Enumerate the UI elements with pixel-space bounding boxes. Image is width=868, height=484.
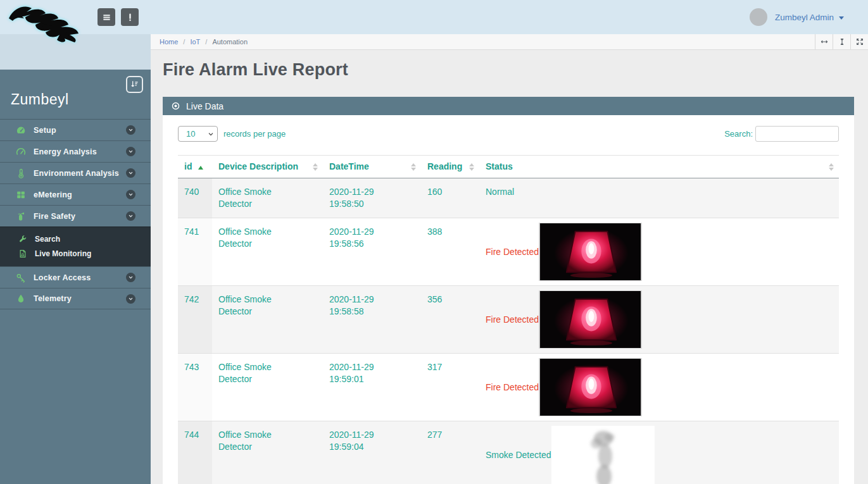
- cell-reading: 356: [421, 286, 479, 354]
- alert-icon: [125, 13, 135, 22]
- sidebar-item-locker-access[interactable]: Locker Access: [0, 266, 151, 288]
- column-header-datetime[interactable]: DateTime: [323, 156, 421, 178]
- table-row: 743 Office Smoke Detector 2020-11-2919:5…: [178, 354, 839, 421]
- chevron-down-icon[interactable]: [126, 294, 135, 304]
- live-data-table: id Device Description DateTime Reading S…: [178, 155, 839, 484]
- sidebar-item-energy-analysis[interactable]: Energy Analysis: [0, 140, 151, 162]
- alerts-button[interactable]: [121, 8, 139, 26]
- vertical-resize-button[interactable]: [833, 34, 850, 49]
- breadcrumb-home-link[interactable]: Home: [160, 38, 178, 46]
- fire-alarm-beacon-photo: [539, 358, 642, 416]
- cell-reading: 317: [421, 354, 479, 421]
- submenu-item-search[interactable]: Search: [0, 232, 151, 246]
- live-data-panel: Live Data 10 records per page: [163, 97, 854, 484]
- cell-reading: 277: [421, 421, 479, 484]
- breadcrumb-bar: Home / IoT / Automation: [151, 34, 868, 50]
- cell-device: Office Smoke Detector: [212, 354, 323, 421]
- user-menu[interactable]: Zumbeyl Admin: [750, 8, 844, 26]
- table-row: 741 Office Smoke Detector 2020-11-2919:5…: [178, 218, 839, 286]
- chevron-down-icon[interactable]: [126, 147, 135, 156]
- sort-ascending-icon: [198, 166, 203, 170]
- horizontal-resize-button[interactable]: [815, 34, 833, 49]
- fire-extinguisher-icon: [15, 211, 26, 221]
- chevron-down-icon[interactable]: [126, 168, 135, 178]
- chevron-down-icon[interactable]: [126, 125, 135, 135]
- content: Fire Alarm Live Report Live Data 10: [151, 50, 868, 484]
- brand-logo: [5, 2, 86, 44]
- sidebar-item-label: Fire Safety: [34, 212, 75, 221]
- records-per-page-label: records per page: [223, 129, 286, 139]
- cell-status: Fire Detected: [479, 218, 839, 286]
- chevron-down-icon[interactable]: [126, 273, 135, 282]
- sidebar-item-telemetry[interactable]: Telemetry: [0, 288, 151, 309]
- sidebar-item-label: Telemetry: [34, 294, 72, 303]
- caret-down-icon: [839, 16, 844, 20]
- page-length-control: 10 records per page: [178, 126, 286, 142]
- fire-alarm-beacon-photo: [539, 223, 642, 281]
- table-row: 742 Office Smoke Detector 2020-11-2919:5…: [178, 286, 839, 354]
- wrench-icon: [17, 234, 28, 244]
- fullscreen-icon: [855, 37, 864, 46]
- breadcrumb-separator: /: [183, 38, 185, 46]
- app-window: Zumbeyl Setup Energy Analysis: [0, 0, 868, 484]
- column-header-id[interactable]: id: [178, 156, 212, 178]
- dashboard-icon: [15, 125, 26, 135]
- panel-body: 10 records per page Search:: [163, 115, 854, 484]
- panel-tools: [815, 34, 868, 49]
- sidebar-header: [0, 0, 151, 70]
- cell-id: 744: [178, 421, 212, 484]
- status-text: Fire Detected: [486, 246, 539, 258]
- cell-datetime: 2020-11-2919:58:50: [323, 178, 421, 218]
- main-area: Zumbeyl Admin Home / IoT / Automation: [151, 0, 868, 484]
- avatar: [750, 8, 767, 26]
- cell-device: Office Smoke Detector: [212, 421, 323, 484]
- status-text: Fire Detected: [486, 382, 539, 394]
- breadcrumb-separator: /: [205, 38, 207, 46]
- panel-title: Live Data: [186, 101, 223, 111]
- chevron-down-icon[interactable]: [126, 190, 135, 199]
- search-input[interactable]: [755, 126, 839, 142]
- document-icon: [17, 249, 28, 259]
- breadcrumb-iot-link[interactable]: IoT: [190, 38, 200, 46]
- sidebar-item-emetering[interactable]: eMetering: [0, 183, 151, 205]
- sidebar-item-label: Locker Access: [34, 273, 91, 282]
- table-header-row: id Device Description DateTime Reading S…: [178, 156, 839, 178]
- breadcrumb: Home / IoT / Automation: [160, 38, 248, 46]
- panel-header: Live Data: [163, 97, 854, 115]
- sidebar-collapse-button[interactable]: [126, 76, 143, 93]
- vertical-resize-icon: [838, 37, 846, 46]
- user-name: Zumbeyl Admin: [775, 13, 834, 22]
- fullscreen-button[interactable]: [850, 34, 868, 49]
- menu-toggle-button[interactable]: [97, 8, 115, 26]
- cell-status: Smoke Detected: [479, 421, 839, 484]
- sidebar-item-label: Environment Analysis: [34, 169, 119, 178]
- cell-datetime: 2020-11-2919:59:01: [323, 354, 421, 421]
- cell-device: Office Smoke Detector: [212, 286, 323, 354]
- column-header-reading[interactable]: Reading: [421, 156, 479, 178]
- cell-id: 742: [178, 286, 212, 354]
- search-control: Search:: [724, 126, 839, 142]
- column-header-status[interactable]: Status: [479, 156, 839, 178]
- sidebar-item-environment-analysis[interactable]: Environment Analysis: [0, 162, 151, 183]
- sidebar-item-label: Energy Analysis: [34, 147, 97, 156]
- hamburger-icon: [102, 13, 111, 22]
- search-label: Search:: [724, 129, 753, 139]
- brand-row: Zumbeyl: [0, 70, 151, 119]
- sidebar-item-fire-safety[interactable]: Fire Safety: [0, 205, 151, 226]
- sidebar-item-label: eMetering: [34, 190, 72, 199]
- smoke-cloud-photo: [551, 426, 655, 484]
- cell-datetime: 2020-11-2919:59:04: [323, 421, 421, 484]
- bullseye-icon: [171, 101, 180, 111]
- page-size-select[interactable]: 10: [178, 126, 218, 142]
- horizontal-resize-icon: [820, 37, 829, 46]
- submenu-item-live-monitoring[interactable]: Live Monitoring: [0, 246, 151, 261]
- sidebar-item-setup[interactable]: Setup: [0, 119, 151, 140]
- table-row: 744 Office Smoke Detector 2020-11-2919:5…: [178, 421, 839, 484]
- status-text: Fire Detected: [486, 314, 539, 326]
- sort-icons: [411, 163, 416, 171]
- gauge-icon: [15, 147, 26, 157]
- cell-datetime: 2020-11-2919:58:56: [323, 218, 421, 286]
- chevron-down-icon[interactable]: [126, 211, 135, 221]
- cell-status: Fire Detected: [479, 354, 839, 421]
- column-header-device-description[interactable]: Device Description: [212, 156, 323, 178]
